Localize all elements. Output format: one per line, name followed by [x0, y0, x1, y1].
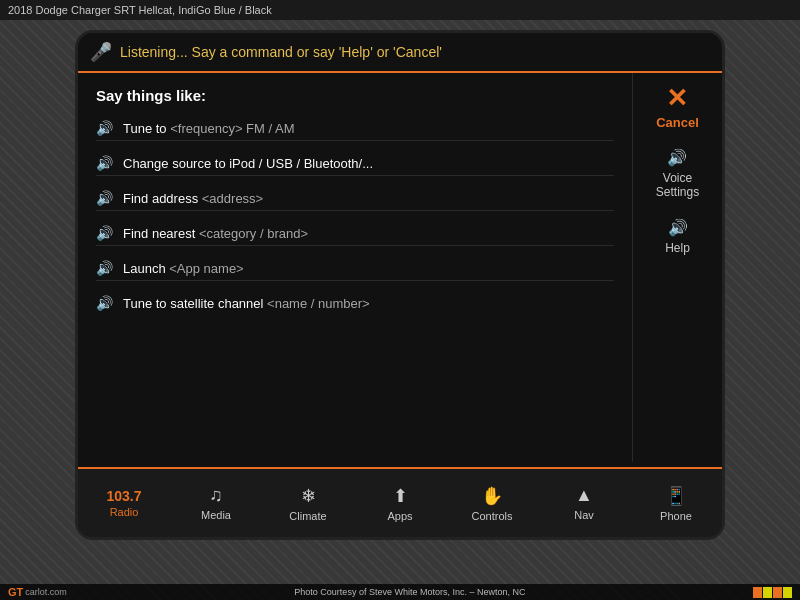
flag-bar-1	[753, 587, 762, 598]
speaker-icon-5: 🔊	[96, 260, 113, 276]
flag-bar-3	[773, 587, 782, 598]
climate-icon: ❄	[301, 485, 316, 507]
radio-label: Radio	[110, 506, 139, 518]
controls-icon: ✋	[481, 485, 503, 507]
flag-bar-2	[763, 587, 772, 598]
speaker-icon-6: 🔊	[96, 295, 113, 311]
gt-logo: GT	[8, 586, 23, 598]
cancel-button[interactable]: ✕ Cancel	[656, 85, 699, 130]
left-panel: Say things like: 🔊 Tune to <frequency> F…	[78, 73, 632, 462]
nav-item-controls[interactable]: ✋ Controls	[457, 485, 527, 522]
footer-bar: GT carlot.com Photo Courtesy of Steve Wh…	[0, 584, 800, 600]
climate-label: Climate	[289, 510, 326, 522]
help-label: Help	[665, 241, 690, 255]
voice-settings-icon: 🔊	[667, 148, 687, 167]
apps-label: Apps	[387, 510, 412, 522]
command-item: 🔊 Change source to iPod / USB / Bluetoot…	[96, 151, 614, 176]
speaker-icon-3: 🔊	[96, 190, 113, 206]
nav-item-radio[interactable]: 103.7 Radio	[89, 489, 159, 518]
media-label: Media	[201, 509, 231, 521]
phone-label: Phone	[660, 510, 692, 522]
command-text-1: Tune to <frequency> FM / AM	[123, 121, 295, 136]
command-item: 🔊 Tune to satellite channel <name / numb…	[96, 291, 614, 315]
command-item: 🔊 Find nearest <category / brand>	[96, 221, 614, 246]
top-bar-title: 2018 Dodge Charger SRT Hellcat, IndiGo B…	[8, 4, 272, 16]
controls-label: Controls	[472, 510, 513, 522]
flag-decoration	[753, 587, 792, 598]
command-item: 🔊 Launch <App name>	[96, 256, 614, 281]
speaker-icon-4: 🔊	[96, 225, 113, 241]
command-text-2: Change source to iPod / USB / Bluetooth/…	[123, 156, 373, 171]
command-list: 🔊 Tune to <frequency> FM / AM 🔊 Change s…	[96, 116, 614, 315]
nav-icon: ▲	[575, 485, 593, 506]
command-text-6: Tune to satellite channel <name / number…	[123, 296, 370, 311]
nav-item-media[interactable]: ♫ Media	[181, 485, 251, 521]
cancel-label: Cancel	[656, 115, 699, 130]
infotainment-screen: 🎤 Listening... Say a command or say 'Hel…	[75, 30, 725, 540]
nav-item-climate[interactable]: ❄ Climate	[273, 485, 343, 522]
command-text-3: Find address <address>	[123, 191, 263, 206]
say-things-label: Say things like:	[96, 87, 614, 104]
radio-frequency: 103.7	[106, 489, 141, 503]
help-button[interactable]: 🔊 Help	[665, 218, 690, 255]
nav-item-apps[interactable]: ⬆ Apps	[365, 485, 435, 522]
voice-settings-button[interactable]: 🔊 VoiceSettings	[656, 148, 699, 200]
command-item: 🔊 Find address <address>	[96, 186, 614, 211]
top-bar: 2018 Dodge Charger SRT Hellcat, IndiGo B…	[0, 0, 800, 20]
media-icon: ♫	[209, 485, 223, 506]
right-panel: ✕ Cancel 🔊 VoiceSettings 🔊 Help	[632, 73, 722, 462]
listening-bar: 🎤 Listening... Say a command or say 'Hel…	[78, 33, 722, 73]
mic-icon: 🎤	[90, 41, 112, 63]
gt-logo-suffix: carlot.com	[25, 587, 67, 597]
help-icon: 🔊	[668, 218, 688, 237]
nav-label-text: Nav	[574, 509, 594, 521]
photo-credit: Photo Courtesy of Steve White Motors, In…	[294, 587, 525, 597]
nav-bar: 103.7 Radio ♫ Media ❄ Climate ⬆ Apps ✋ C…	[78, 467, 722, 537]
phone-icon: 📱	[665, 485, 687, 507]
command-item: 🔊 Tune to <frequency> FM / AM	[96, 116, 614, 141]
listening-text: Listening... Say a command or say 'Help'…	[120, 44, 442, 60]
speaker-icon-1: 🔊	[96, 120, 113, 136]
flag-bar-4	[783, 587, 792, 598]
nav-item-phone[interactable]: 📱 Phone	[641, 485, 711, 522]
voice-settings-label: VoiceSettings	[656, 171, 699, 200]
main-content: Say things like: 🔊 Tune to <frequency> F…	[78, 73, 722, 462]
apps-icon: ⬆	[393, 485, 408, 507]
command-text-4: Find nearest <category / brand>	[123, 226, 308, 241]
speaker-icon-2: 🔊	[96, 155, 113, 171]
nav-item-nav[interactable]: ▲ Nav	[549, 485, 619, 521]
command-text-5: Launch <App name>	[123, 261, 244, 276]
cancel-icon: ✕	[666, 85, 688, 111]
